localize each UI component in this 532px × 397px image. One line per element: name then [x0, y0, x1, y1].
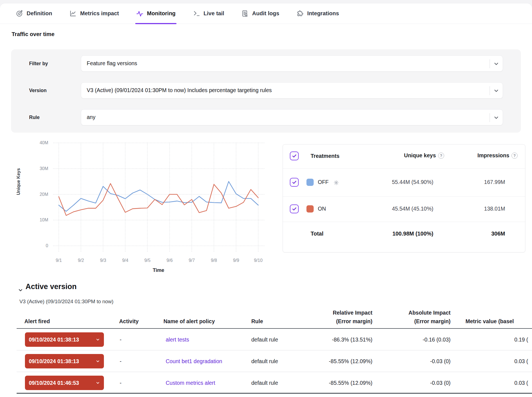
- x-tick-label: 9/1: [50, 258, 68, 263]
- dropdown-divider: [490, 113, 490, 122]
- treatment-name: ON: [318, 206, 326, 212]
- chevron-down-icon: [95, 337, 100, 342]
- tab-label: Audit logs: [252, 10, 279, 17]
- metrics-impact-icon: [69, 10, 77, 17]
- collapse-chevron-icon[interactable]: [18, 287, 23, 293]
- off-series-swatch: [306, 179, 314, 186]
- unique-keys-header: Unique keys ?: [352, 152, 444, 159]
- off-impressions: 167.99M: [438, 179, 505, 185]
- filter-by-label: Filter by: [29, 61, 48, 67]
- total-unique-keys: 100.98M (100%): [352, 231, 433, 237]
- alert-policy-link[interactable]: Count bet1 degradation: [166, 358, 222, 365]
- tab-label: Metrics impact: [80, 10, 119, 17]
- relative-impact-cell: -86.3% (13.51%): [305, 337, 372, 343]
- chevron-down-icon: [95, 359, 100, 364]
- absolute-impact-cell: -0.16 (0.03): [383, 337, 451, 343]
- app-root: Definition Metrics impact Monitoring Liv…: [0, 0, 532, 397]
- treatments-select-all-checkbox[interactable]: [290, 151, 299, 160]
- activity-cell: -: [120, 380, 122, 386]
- x-tick-label: 9/8: [205, 258, 223, 263]
- rule-cell: default rule: [251, 380, 278, 386]
- y-tick-label: 30M: [25, 166, 48, 171]
- off-unique-keys: 55.44M (54.90%): [352, 179, 433, 185]
- col-absolute-impact-sub: (Error margin): [383, 318, 451, 325]
- alert-fired-time: 09/10/2024 01:46:53: [29, 380, 79, 386]
- treatment-off-checkbox[interactable]: [290, 178, 299, 187]
- tab-definition[interactable]: Definition: [16, 3, 52, 24]
- filter-by-dropdown[interactable]: Feature flag versions: [81, 55, 503, 72]
- activity-cell: -: [120, 337, 122, 343]
- chevron-down-icon: [493, 114, 500, 121]
- metric-value-cell: 0.03 (: [459, 358, 528, 365]
- version-dropdown[interactable]: V3 (Active) (09/01/2024 01:30PM to now) …: [81, 82, 503, 98]
- rule-cell: default rule: [251, 358, 278, 365]
- x-tick-label: 9/2: [72, 258, 90, 263]
- x-tick-label: 9/7: [183, 258, 201, 263]
- row-divider: [17, 350, 532, 350]
- page-title: Traffic over time: [12, 31, 55, 37]
- audit-logs-icon: [241, 10, 249, 17]
- tab-metrics-impact[interactable]: Metrics impact: [69, 3, 119, 24]
- help-icon[interactable]: ?: [511, 153, 518, 159]
- alert-fired-button[interactable]: 09/10/2024 01:38:13: [25, 354, 104, 368]
- col-relative-impact-sub: (Error margin): [305, 318, 372, 325]
- tab-bar: Definition Metrics impact Monitoring Liv…: [0, 3, 532, 24]
- version-value: V3 (Active) (09/01/2024 01:30PM to now) …: [87, 87, 272, 93]
- absolute-impact-cell: -0.03 (0): [383, 358, 451, 365]
- rule-dropdown[interactable]: any: [81, 109, 503, 125]
- absolute-impact-cell: -0.03 (0): [383, 380, 451, 386]
- x-axis-label: Time: [103, 267, 214, 273]
- tab-live-tail[interactable]: Live tail: [193, 3, 224, 24]
- x-tick-label: 9/5: [139, 258, 156, 263]
- unique-keys-header-label: Unique keys: [404, 152, 436, 159]
- col-metric-value: Metric value (basel: [466, 318, 514, 325]
- live-tail-icon: [193, 10, 200, 17]
- y-tick-label: 0: [25, 243, 48, 249]
- traffic-plot: [53, 140, 265, 254]
- version-label: Version: [29, 88, 47, 93]
- rule-value: any: [87, 114, 95, 120]
- integrations-icon: [296, 10, 304, 17]
- y-axis-label: Unique Keys: [16, 140, 21, 223]
- treatment-name: OFF: [318, 179, 329, 185]
- col-rule: Rule: [251, 318, 263, 325]
- monitoring-icon: [136, 10, 144, 17]
- impressions-header-label: Impressions: [477, 152, 509, 159]
- alert-fired-time: 09/10/2024 01:38:13: [29, 337, 79, 343]
- metric-value-cell: 0.03 (: [459, 380, 528, 386]
- filter-by-value: Feature flag versions: [87, 60, 137, 67]
- row-divider: [17, 372, 532, 372]
- tab-monitoring[interactable]: Monitoring: [136, 3, 175, 24]
- relative-impact-cell: -85.55% (12.09%): [305, 358, 372, 365]
- alert-fired-button[interactable]: 09/10/2024 01:46:53: [25, 376, 104, 390]
- chevron-down-icon: [493, 60, 500, 67]
- y-tick-label: 10M: [25, 217, 48, 223]
- x-tick-label: 9/3: [94, 258, 112, 263]
- activity-cell: -: [120, 358, 122, 365]
- asterisk-icon: [333, 180, 339, 186]
- alert-fired-time: 09/10/2024 01:38:13: [29, 358, 79, 365]
- on-impressions: 138.01M: [438, 206, 505, 212]
- page-card: Definition Metrics impact Monitoring Liv…: [0, 3, 532, 397]
- alert-fired-button[interactable]: 09/10/2024 01:38:13: [25, 332, 104, 347]
- total-impressions: 306M: [438, 231, 505, 237]
- tab-audit-logs[interactable]: Audit logs: [241, 3, 279, 24]
- treatments-header: Treatments: [311, 153, 339, 159]
- chevron-down-icon: [95, 380, 100, 385]
- impressions-header: Impressions ?: [438, 152, 518, 159]
- table-header-divider: [17, 328, 532, 329]
- traffic-chart: Unique Keys Time 010M20M30M40M9/19/29/39…: [0, 137, 277, 280]
- row-divider: [283, 222, 525, 222]
- x-tick-label: 9/9: [227, 258, 245, 263]
- dropdown-divider: [490, 59, 490, 68]
- col-name: Name of alert policy: [163, 318, 215, 325]
- col-absolute-impact: Absolute Impact: [383, 310, 451, 316]
- chevron-down-icon: [493, 87, 500, 94]
- alert-policy-link[interactable]: alert tests: [166, 337, 189, 343]
- tab-integrations[interactable]: Integrations: [296, 3, 339, 24]
- alert-policy-link[interactable]: Custom metrics alert: [166, 380, 215, 386]
- tab-label: Live tail: [204, 10, 224, 17]
- relative-impact-cell: -85.55% (12.09%): [305, 380, 372, 386]
- treatment-on-checkbox[interactable]: [290, 204, 299, 213]
- dropdown-divider: [490, 86, 490, 95]
